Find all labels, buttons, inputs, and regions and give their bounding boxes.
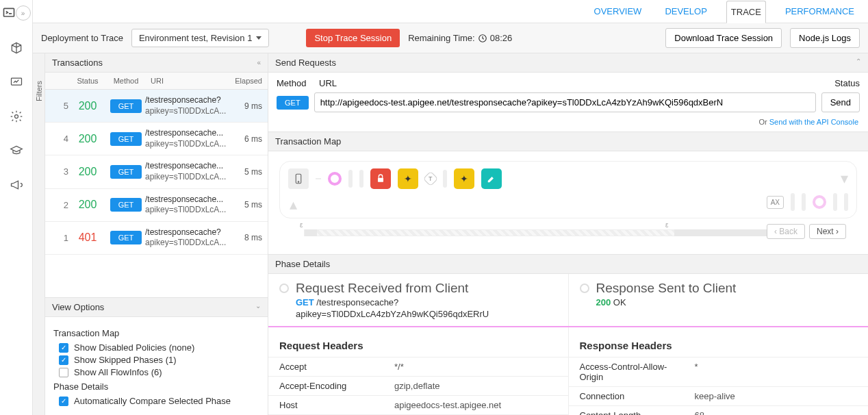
download-trace-button[interactable]: Download Trace Session [665,28,782,48]
policy-node-2[interactable]: ✦ [454,168,474,189]
opt4-label: Automatically Compare Selected Phase [74,396,231,406]
ax-node[interactable]: AX [767,196,784,209]
clock-icon [478,34,487,43]
eps-left: ε [300,221,303,229]
timer-value: 08:26 [490,33,513,43]
chk-skipped-phases[interactable]: ✓Show Skipped Phases (1) [59,355,259,365]
remaining-label: Remaining Time: [408,33,475,43]
header-row: Connectionkeep-alive [569,386,869,405]
request-received-title: Request Received from Client [296,281,468,296]
policy-edit-node[interactable] [481,168,502,189]
table-row[interactable]: 2 200 GET /testresponsecache...apikey=sT… [45,189,268,222]
chk-all-flowinfos[interactable]: Show All FlowInfos (6) [59,367,259,377]
transactions-columns: Status Method URI Elapsed [45,73,268,90]
header-row: Hostapigeedocs-test.apigee.net [268,395,568,414]
svg-rect-0 [3,8,14,16]
group-txmap: Transaction Map [53,328,259,338]
timeline: ε ε ‹ Back Next › [290,221,846,240]
policy-security-node[interactable] [370,168,391,189]
or-text: Or [758,118,769,126]
group-phase: Phase Details [53,381,259,392]
top-tabs: OVERVIEW DEVELOP TRACE PERFORMANCE [33,0,868,23]
table-row[interactable]: 3 200 GET /testresponsecache...apikey=sT… [45,155,268,188]
col-uri: URI [145,73,228,89]
transaction-rows: 5 200 GET /testresponsecache?apikey=sTl0… [45,90,268,297]
flow-end-node[interactable] [813,195,826,209]
terminal-icon[interactable] [2,6,16,20]
client-icon[interactable] [288,168,309,189]
phase-details-header: Phase Details [268,254,868,274]
res-text: OK [613,297,626,307]
chk-auto-compare[interactable]: ✓Automatically Compare Selected Phase [59,396,259,406]
send-button[interactable]: Send [821,92,860,112]
view-options-header[interactable]: View Options ⌄ [45,297,268,317]
remaining-time: Remaining Time: 08:26 [408,33,512,43]
req-path1: /testresponsecache? [316,297,398,307]
header-row: Content-Length68 [569,405,869,415]
transactions-pane: Transactions « Status Method URI Elapsed… [45,53,268,415]
filters-label: Filters [35,81,43,101]
environment-select-text: Environment test, Revision 1 [139,33,252,43]
response-headers-title: Response Headers [569,333,869,357]
left-nav-rail: » [0,0,33,415]
transactions-title: Transactions [52,58,103,68]
url-input[interactable] [314,92,816,112]
table-row[interactable]: 4 200 GET /testresponsecache...apikey=sT… [45,123,268,155]
flow-arrow-up-icon: ▴ [290,196,297,214]
phase-dot-req [279,284,289,293]
tab-trace[interactable]: TRACE [726,1,766,23]
nodejs-logs-button[interactable]: Node.js Logs [790,28,860,48]
col-elapsed: Elapsed [228,73,268,89]
txmap-header: Transaction Map [268,131,868,151]
tab-performance[interactable]: PERFORMANCE [781,1,858,22]
stop-trace-button[interactable]: Stop Trace Session [306,29,400,47]
header-row: Access-Control-Allow-Origin* [569,357,869,386]
right-pane: Send Requests ⌃ Method URL Status GET Se… [268,53,868,415]
tab-develop[interactable]: DEVELOP [661,1,711,22]
collapse-send-icon[interactable]: ⌃ [856,58,861,68]
svg-point-5 [298,181,299,183]
deploy-label: Deployment to Trace [41,33,123,43]
expand-icon[interactable]: » [16,5,31,21]
filters-collapsed-tab[interactable]: Filters [33,53,45,415]
toolbar: Deployment to Trace Environment test, Re… [33,23,868,53]
policy-node-1[interactable]: ✦ [398,168,418,189]
back-button[interactable]: ‹ Back [767,224,805,239]
flow-t-node[interactable]: T [423,171,439,187]
request-headers-title: Request Headers [268,333,568,357]
chevron-down-icon [256,36,261,40]
res-code: 200 [596,297,611,307]
response-sent-title: Response Sent to Client [596,281,737,296]
table-row[interactable]: 1 401 GET /testresponsecache?apikey=sTl0… [45,222,268,255]
method-pill[interactable]: GET [277,96,309,110]
status-label: Status [834,78,860,88]
table-row[interactable]: 5 200 GET /testresponsecache?apikey=sTl0… [45,90,268,123]
environment-select[interactable]: Environment test, Revision 1 [131,29,269,47]
package-icon[interactable] [10,41,23,55]
opt1-label: Show Disabled Policies (none) [74,342,194,353]
tab-overview[interactable]: OVERVIEW [590,1,646,22]
analytics-icon[interactable] [10,75,23,89]
timeline-bar[interactable] [304,229,743,236]
api-console-hint: Or Send with the API Console [268,115,868,131]
megaphone-icon[interactable] [10,178,23,192]
req-path2: apikey=sTl0DDxLcA4zbYzAh9wKQi596qdxERrU [296,309,557,319]
phase-details-body: Request Received from Client GET /testre… [268,274,868,327]
chk-disabled-policies[interactable]: ✓Show Disabled Policies (none) [59,342,259,353]
txmap-body: ✦ T ✦ ▾ ▴ AX [268,151,868,254]
api-console-link[interactable]: Send with the API Console [769,118,858,126]
req-method: GET [296,297,314,307]
education-icon[interactable] [10,144,23,158]
flow-arrow-down-icon: ▾ [841,170,848,188]
method-label: Method [277,78,307,88]
next-button[interactable]: Next › [809,224,846,239]
phase-dot-res [580,284,589,293]
svg-rect-6 [378,178,383,182]
gear-icon[interactable] [10,110,23,123]
header-row: Accept*/* [268,357,568,376]
collapse-icon[interactable]: « [257,59,261,66]
svg-point-2 [14,115,18,118]
flow-start-node[interactable] [328,172,342,186]
col-status: Status [68,73,107,89]
view-options-title: View Options [52,302,104,312]
